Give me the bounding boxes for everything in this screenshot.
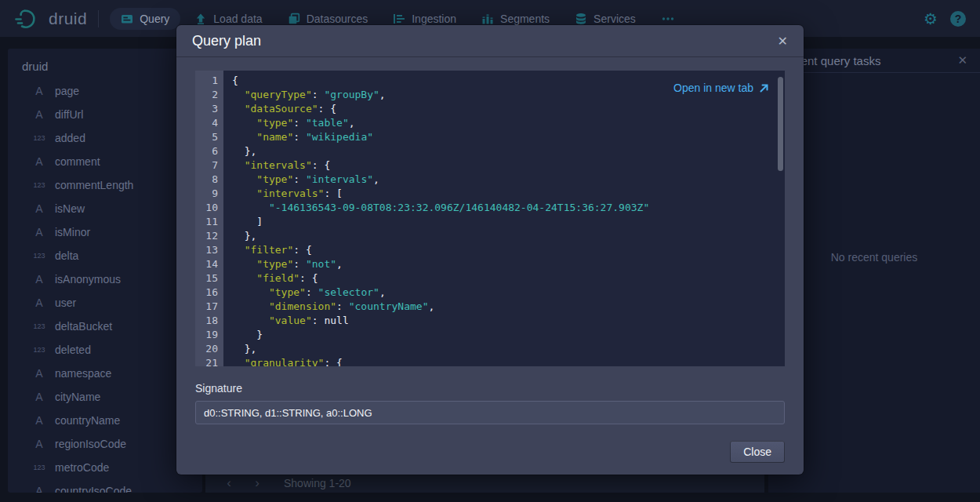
nav-item-label: Segments [500,13,550,25]
string-type-icon: A [30,155,49,168]
signature-label: Signature [195,382,785,395]
segments-icon [481,13,494,25]
column-name: page [55,85,79,97]
code-line: "intervals": [ [232,187,785,201]
column-item-commentLength[interactable]: 123commentLength [8,173,202,197]
string-type-icon: A [30,367,49,380]
code-line: "dataSource": { [232,102,785,116]
column-name: countryIsoCode [55,485,132,493]
code-line: } [232,328,785,342]
line-number: 19 [195,328,218,342]
column-item-countryIsoCode[interactable]: AcountryIsoCode [8,479,202,493]
code-scrollbar-thumb[interactable] [778,77,783,171]
line-number: 16 [195,286,218,300]
string-type-icon: A [30,438,49,450]
line-number: 17 [195,300,218,314]
nav-item-query[interactable]: Query [110,8,180,30]
string-type-icon: A [30,273,49,286]
dialog-close-icon[interactable]: ✕ [778,34,788,49]
code-lines: { "queryType": "groupBy", "dataSource": … [223,71,785,366]
code-line: "filter": { [232,243,785,257]
string-type-icon: A [30,391,49,403]
open-in-new-tab-link[interactable]: Open in new tab [673,81,769,95]
druid-logo-icon [14,6,42,31]
column-name: regionIsoCode [55,438,126,450]
line-number: 7 [195,158,218,173]
line-number: 10 [195,201,218,215]
brand-wordmark: druid [49,9,87,28]
schema-title[interactable]: druid [8,56,202,79]
string-type-icon: A [30,485,49,493]
results-pagination: ‹ › Showing 1-20 [205,473,764,493]
navbar-right: ⚙ ? [924,11,966,27]
column-name: metroCode [55,461,109,474]
code-line: }, [232,229,785,243]
column-item-page[interactable]: Apage [8,79,202,103]
line-number: 8 [195,173,218,187]
code-line: ] [232,215,785,229]
line-number: 4 [195,116,218,130]
code-line: "name": "wikipedia" [232,130,785,144]
code-line: "type": "selector", [232,286,785,300]
code-line: }, [232,342,785,356]
number-type-icon: 123 [30,134,49,142]
code-line: "type": "table", [232,116,785,130]
nav-item-label: Query [140,13,169,25]
ingestion-icon [393,13,405,25]
dialog-footer: Close [176,441,804,463]
druid-brand[interactable]: druid [14,6,87,31]
showing-label: Showing 1-20 [284,477,351,489]
column-item-deleted[interactable]: 123deleted [8,338,202,362]
line-number: 20 [195,342,218,356]
column-item-diffUrl[interactable]: AdiffUrl [8,103,202,126]
open-in-new-tab-label: Open in new tab [673,81,753,95]
number-type-icon: 123 [30,322,49,330]
upload-icon [194,13,207,25]
column-item-namespace[interactable]: Anamespace [8,362,202,385]
column-item-metroCode[interactable]: 123metroCode [8,456,202,479]
column-item-regionIsoCode[interactable]: AregionIsoCode [8,432,202,456]
column-name: deleted [55,344,91,356]
column-item-delta[interactable]: 123delta [8,244,202,267]
column-name: added [55,132,85,144]
column-name: diffUrl [55,108,83,121]
settings-gear-icon[interactable]: ⚙ [924,11,938,27]
column-name: isNew [55,202,85,215]
column-item-countryName[interactable]: AcountryName [8,409,202,432]
line-number: 13 [195,243,218,257]
schema-sidebar: druid ApageAdiffUrl123addedAcomment123co… [8,49,202,493]
dialog-title: Query plan [192,33,261,49]
line-number: 2 [195,88,218,102]
datasources-icon [288,13,300,25]
column-item-comment[interactable]: Acomment [8,150,202,173]
line-number: 11 [195,215,218,229]
tasks-panel-close-icon[interactable]: ✕ [957,53,967,67]
navbar-separator [98,10,99,27]
next-page-icon[interactable]: › [251,476,263,489]
column-item-isAnonymous[interactable]: AisAnonymous [8,267,202,291]
line-number: 9 [195,187,218,201]
column-item-isNew[interactable]: AisNew [8,197,202,220]
code-line: "dimension": "countryName", [232,300,785,314]
code-line: "value": null [232,314,785,328]
column-item-user[interactable]: Auser [8,291,202,315]
help-icon[interactable]: ? [950,11,966,27]
code-line: }, [232,144,785,158]
close-button[interactable]: Close [730,441,785,463]
column-item-cityName[interactable]: AcityName [8,385,202,409]
string-type-icon: A [30,85,49,97]
number-type-icon: 123 [30,346,49,354]
nav-item-label: Ingestion [412,13,456,25]
code-gutter: 123456789101112131415161718192021 [195,71,223,366]
column-item-added[interactable]: 123added [8,126,202,150]
column-item-isMinor[interactable]: AisMinor [8,220,202,244]
signature-input[interactable] [195,401,785,424]
column-item-deltaBucket[interactable]: 123deltaBucket [8,315,202,338]
nav-item-label: Load data [213,13,262,25]
prev-page-icon[interactable]: ‹ [223,476,235,489]
column-name: user [55,296,76,309]
code-line: "field": { [232,271,785,286]
services-icon [575,13,587,25]
line-number: 12 [195,229,218,243]
nav-item-label: Services [593,13,636,25]
